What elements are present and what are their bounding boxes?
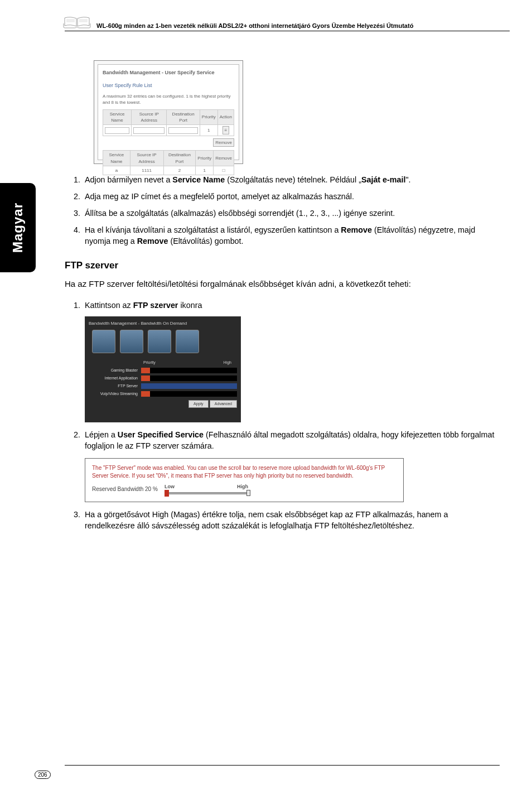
page-number: 206 — [35, 771, 51, 779]
ss1-note: A maximum 32 entries can be configured. … — [103, 93, 234, 105]
mode-icon — [148, 330, 171, 353]
priority-bar: FTP Server — [89, 383, 237, 389]
screenshot-bandwidth-rule-list: Bandwidth Management - User Specify Serv… — [94, 60, 243, 164]
list-item: Állítsa be a szolgáltatás (alkalmazás) e… — [83, 208, 500, 219]
ss1-col: Priority — [200, 109, 217, 124]
ss1-col: Destination Port — [167, 109, 200, 124]
cell: □ — [214, 166, 234, 175]
ss1-col: Service Name — [103, 151, 130, 166]
content-area: Bandwidth Management - User Specify Serv… — [65, 60, 500, 537]
priority-bar: Gaming Blaster — [89, 368, 237, 373]
ss1-col: Service Name — [103, 109, 132, 124]
book-icon — [62, 16, 91, 29]
screenshot-bandwidth-on-demand: Bandwidth Management - Bandwidth On Dema… — [85, 316, 241, 422]
side-tab-label: Magyar — [10, 203, 26, 253]
header-text: WL-600g minden az 1-ben vezeték nélküli … — [96, 22, 413, 29]
cell: a — [103, 166, 130, 175]
ss1-title: Bandwidth Management - User Specify Serv… — [103, 69, 234, 76]
reserved-bw-label: Reserved Bandwidth 20 % — [92, 485, 165, 493]
mode-icon — [120, 330, 143, 353]
ss1-col: Destination Port — [163, 151, 196, 166]
ss1-table2: Service Name Source IP Address Destinati… — [103, 150, 234, 175]
ftp-intro: Ha az FTP szerver feltöltési/letöltési f… — [65, 278, 500, 290]
ftp-section-title: FTP szerver — [65, 259, 500, 272]
slider-handle-right — [246, 490, 250, 496]
list-item: Lépjen a User Specified Service (Felhasz… — [83, 429, 500, 502]
slider-wrap: Low High — [165, 483, 248, 496]
priority-bar: Internet Application — [89, 376, 237, 381]
footer-rule — [65, 765, 500, 766]
ss1-col: Priority — [196, 151, 214, 166]
remove-button: Remove — [213, 138, 234, 147]
ss1-col: Action — [217, 109, 234, 124]
ss1-col: Remove — [214, 151, 234, 166]
mode-icon — [92, 330, 115, 353]
instructions-list-1: Adjon bármilyen nevet a Service Name (Sz… — [74, 174, 500, 247]
bandwidth-slider — [165, 490, 248, 496]
priority-select: 1 — [200, 124, 217, 136]
list-item: Adja meg az IP címet és a megfelelő port… — [83, 191, 500, 202]
cell: 2 — [163, 166, 196, 175]
apply-button: Apply — [188, 400, 209, 408]
advanced-button: Advanced — [210, 400, 237, 408]
screenshot-reserved-bandwidth: The "FTP Server" mode was enabled. You c… — [85, 458, 404, 502]
ss2-title: Bandwidth Management - Bandwidth On Dema… — [89, 320, 237, 326]
list-item: Ha a görgetősávot High (Magas) értékre t… — [83, 509, 500, 531]
slider-high: High — [237, 483, 248, 490]
ss1-table1: Service Name Source IP Address Destinati… — [103, 109, 234, 137]
slider-handle-left — [165, 490, 169, 497]
list-item: Kattintson az FTP szerver ikonra Bandwid… — [83, 300, 500, 422]
ss1-subtitle: User Specify Rule List — [103, 82, 234, 89]
instructions-list-2: Kattintson az FTP szerver ikonra Bandwid… — [74, 300, 500, 531]
mode-icon — [176, 330, 199, 353]
side-tab: Magyar — [0, 183, 36, 272]
list-item: Adjon bármilyen nevet a Service Name (Sz… — [83, 174, 500, 185]
ss1-col: Source IP Address — [130, 151, 163, 166]
list-item: Ha el kívánja távolítani a szolgáltatást… — [83, 224, 500, 247]
ss1-col: Source IP Address — [132, 109, 167, 124]
ss3-desc: The "FTP Server" mode was enabled. You c… — [92, 464, 396, 480]
priority-bar: Voip/Video Streaming — [89, 391, 237, 397]
cell: 1111 — [130, 166, 163, 175]
icon-row — [89, 326, 237, 357]
cell: 1 — [196, 166, 214, 175]
add-icon: ≡ — [223, 126, 230, 134]
